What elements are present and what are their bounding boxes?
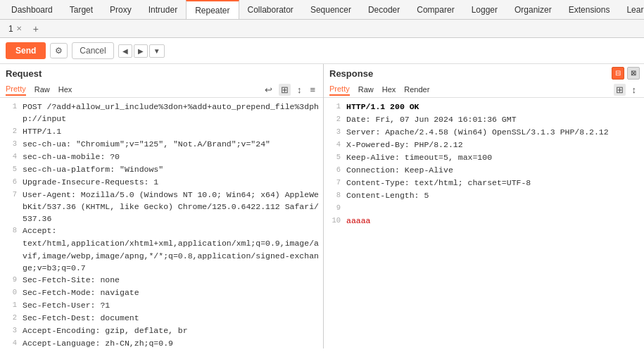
settings-button[interactable]: ⚙	[50, 43, 68, 58]
line-number	[3, 237, 17, 238]
line-text: Content-Length: 5	[346, 189, 641, 201]
line-number: 6	[3, 176, 17, 188]
request-panel: Request Pretty Raw Hex ↩ ⊞ ↕ ≡ 1POST /?a…	[0, 64, 324, 348]
request-tab-actions: ↩ ⊞ ↕ ≡	[263, 84, 317, 96]
tab-row: 1 ✕ +	[0, 20, 644, 38]
line-text: Sec-Fetch-Mode: navigate	[23, 287, 320, 298]
nav-arrows: ◀ ▶ ▼	[118, 44, 165, 58]
line-text: Sec-Fetch-Site: none	[23, 274, 320, 286]
line-text: aaaaa	[346, 215, 641, 227]
response-tab-hex[interactable]: Hex	[382, 84, 396, 95]
nav-item-organizer[interactable]: Organizer	[506, 0, 560, 19]
line-number: 6	[327, 164, 341, 176]
line-number: 1	[3, 101, 17, 113]
line-number: 3	[3, 138, 17, 150]
menu-icon[interactable]: ≡	[308, 84, 317, 96]
line-text: text/html,application/xhtml+xml,applicat…	[23, 237, 320, 274]
nav-item-learn[interactable]: Learn	[618, 0, 644, 19]
line-text: Keep-Alive: timeout=5, max=100	[346, 151, 641, 163]
no-wrap-icon[interactable]: ↩	[263, 84, 274, 96]
nav-item-comparer[interactable]: Comparer	[408, 0, 462, 19]
line-number: 9	[327, 202, 341, 214]
request-header-row: Request	[0, 64, 323, 82]
prev-arrow-button[interactable]: ◀	[118, 44, 132, 58]
close-icon[interactable]: ✕	[16, 25, 22, 32]
line-text: Accept-Language: zh-CN,zh;q=0.9	[23, 337, 320, 348]
nav-item-intruder[interactable]: Intruder	[140, 0, 186, 19]
line-number: 8	[327, 189, 341, 201]
add-tab-button[interactable]: +	[27, 22, 44, 36]
response-line: 4X-Powered-By: PHP/8.2.12	[324, 139, 644, 151]
response-line: 1HTTP/1.1 200 OK	[324, 101, 644, 113]
request-line: 1POST /?add+allow_url_include%3don+%add+…	[0, 101, 323, 125]
line-text: Accept-Encoding: gzip, deflate, br	[23, 325, 320, 337]
response-tab-raw[interactable]: Raw	[358, 84, 374, 95]
nav-item-proxy[interactable]: Proxy	[101, 0, 140, 19]
request-line: 1Sec-Fetch-User: ?1	[0, 299, 323, 312]
line-number: 5	[3, 163, 17, 175]
response-tab-pretty[interactable]: Pretty	[329, 83, 350, 96]
line-number: 1	[327, 101, 341, 113]
response-line: 9	[324, 202, 644, 215]
line-number: 2	[327, 113, 341, 125]
nav-item-logger[interactable]: Logger	[463, 0, 506, 19]
layout-split-icon[interactable]: ⊟	[612, 67, 624, 80]
line-text: Upgrade-Insecure-Requests: 1	[23, 176, 320, 188]
request-tab-pretty[interactable]: Pretty	[6, 83, 26, 96]
main-content: Request Pretty Raw Hex ↩ ⊞ ↕ ≡ 1POST /?a…	[0, 64, 644, 348]
dropdown-arrow-button[interactable]: ▼	[149, 44, 165, 58]
nav-item-sequencer[interactable]: Sequencer	[302, 0, 360, 19]
response-line: 5Keep-Alive: timeout=5, max=100	[324, 151, 644, 164]
request-title: Request	[0, 64, 47, 82]
response-tab-render[interactable]: Render	[404, 84, 429, 95]
response-code-area[interactable]: 1HTTP/1.1 200 OK2Date: Fri, 07 Jun 2024 …	[324, 98, 644, 348]
nav-item-target[interactable]: Target	[61, 0, 101, 19]
request-line: 4Accept-Language: zh-CN,zh;q=0.9	[0, 337, 323, 348]
nav-item-collaborator[interactable]: Collaborator	[239, 0, 302, 19]
line-number: 4	[3, 337, 17, 348]
layout-single-icon[interactable]: ⊠	[627, 67, 640, 80]
response-line: 3Server: Apache/2.4.58 (Win64) OpenSSL/3…	[324, 126, 644, 139]
request-code-area[interactable]: 1POST /?add+allow_url_include%3don+%add+…	[0, 98, 323, 348]
response-title: Response	[324, 64, 379, 82]
pretty-icon[interactable]: ⊞	[279, 84, 291, 96]
request-line: 5sec-ch-ua-platform: "Windows"	[0, 163, 323, 176]
request-line: 8Accept:	[0, 225, 323, 237]
line-number: 9	[3, 274, 17, 286]
request-line: 9Sec-Fetch-Site: none	[0, 274, 323, 287]
line-text: User-Agent: Mozilla/5.0 (Windows NT 10.0…	[23, 189, 320, 225]
line-text: HTTP/1.1 200 OK	[346, 101, 641, 113]
request-tab-hex[interactable]: Hex	[58, 84, 72, 95]
nav-item-decoder[interactable]: Decoder	[360, 0, 408, 19]
request-line: 7User-Agent: Mozilla/5.0 (Windows NT 10.…	[0, 189, 323, 225]
next-arrow-button[interactable]: ▶	[134, 44, 148, 58]
response-pretty-icon[interactable]: ⊞	[614, 84, 626, 96]
line-text: Connection: Keep-Alive	[346, 164, 641, 176]
nav-item-repeater[interactable]: Repeater	[186, 0, 239, 19]
line-text: Server: Apache/2.4.58 (Win64) OpenSSL/3.…	[346, 126, 641, 138]
request-line: 2HTTP/1.1	[0, 125, 323, 138]
nav-item-dashboard[interactable]: Dashboard	[3, 0, 61, 19]
line-number: 4	[3, 151, 17, 163]
line-text: Content-Type: text/html; charset=UTF-8	[346, 177, 641, 189]
request-sub-tabs: Pretty Raw Hex ↩ ⊞ ↕ ≡	[0, 82, 323, 98]
request-line: 0Sec-Fetch-Mode: navigate	[0, 287, 323, 299]
line-text: Accept:	[23, 225, 320, 237]
line-number: 8	[3, 225, 17, 237]
response-line: 8Content-Length: 5	[324, 189, 644, 202]
request-tab-raw[interactable]: Raw	[34, 84, 50, 95]
response-inspector-icon[interactable]: ↕	[630, 84, 639, 96]
tab-1[interactable]: 1 ✕	[3, 23, 27, 35]
line-number: 5	[327, 151, 341, 163]
request-line: 4sec-ch-ua-mobile: ?0	[0, 151, 323, 163]
response-tab-actions: ⊞ ↕	[614, 84, 639, 96]
line-number: 3	[3, 325, 17, 337]
cancel-button[interactable]: Cancel	[72, 42, 113, 59]
response-sub-tabs: Pretty Raw Hex Render ⊞ ↕	[324, 82, 644, 98]
nav-item-extensions[interactable]: Extensions	[560, 0, 619, 19]
request-line: 2Sec-Fetch-Dest: document	[0, 312, 323, 325]
inspector-icon[interactable]: ↕	[295, 84, 304, 96]
send-button[interactable]: Send	[6, 42, 46, 59]
request-line: 3Accept-Encoding: gzip, deflate, br	[0, 325, 323, 337]
line-number: 2	[3, 312, 17, 324]
